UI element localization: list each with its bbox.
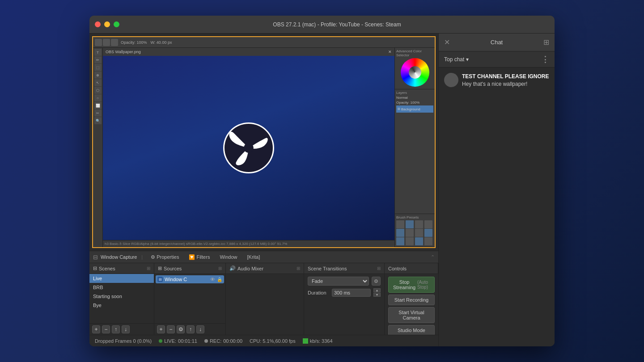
preview-canvas: Opacity: 100% W: 40.00 px T ✏ ⬚ ⊕ ↖ [93,37,435,247]
source-visibility-btn[interactable]: 👁 [210,277,215,282]
duration-down-btn[interactable]: ▼ [373,293,381,297]
rec-label: REC: [210,338,221,344]
audio-panel-header[interactable]: 🔊 Audio Mixer ⊞ [226,263,304,274]
tab-properties[interactable]: ⚙ Properties [147,253,182,261]
krita-tab: OBS Wallpaper.png ✕ [103,48,394,56]
scenes-add-btn[interactable]: + [92,325,100,333]
chat-panel: ✕ Chat ⊞ Top chat ▾ ⋮ TEST CHANNEL PLEAS… [438,34,555,346]
tab-filters[interactable]: 🔽 Filters [185,253,213,261]
color-selector-panel: Advanced Color Selector [395,48,435,89]
scene-item-starting-soon[interactable]: Starting soon [89,292,154,301]
source-bar-expand[interactable]: ⌃ [431,254,435,260]
brush-item[interactable] [424,237,432,245]
scenes-up-btn[interactable]: ↑ [112,325,120,333]
dropped-frames-status: Dropped Frames 0 (0.0%) [95,338,152,344]
brush-item[interactable] [406,237,414,245]
krita-close-btn[interactable]: ✕ [388,50,392,54]
krita-tool[interactable]: ⬜ [94,102,102,109]
krita-tab-label: OBS Wallpaper.png [106,50,141,54]
scene-item-brb[interactable]: BRB [89,283,154,292]
maximize-button[interactable] [114,21,119,27]
sources-settings-btn[interactable]: ⚙ [177,325,185,333]
layer-item[interactable]: ⊞ Background [396,105,433,113]
sources-add-btn[interactable]: + [157,325,165,333]
sources-panel-header[interactable]: ⊞ Sources ⊞ [154,263,226,274]
scenes-panel-header[interactable]: ⊟ Scenes ⊞ [89,263,154,274]
krita-tool[interactable]: ✂ [94,109,102,117]
brush-item[interactable] [396,220,404,228]
scenes-expand[interactable]: ⊞ [147,266,150,271]
brush-item[interactable] [415,220,423,228]
sources-down-btn[interactable]: ↓ [196,325,204,333]
brush-item[interactable] [396,237,404,245]
sources-up-btn[interactable]: ↑ [186,325,195,333]
brush-item[interactable] [406,220,414,228]
scenes-remove-btn[interactable]: − [102,325,110,333]
chat-more-btn[interactable]: ⋮ [541,55,549,64]
kbps-indicator [303,338,308,344]
krita-tb-btn[interactable] [95,39,102,46]
scenes-down-btn[interactable]: ↓ [122,325,130,333]
color-wheel[interactable] [401,58,429,87]
separator: | [141,254,143,260]
krita-tool[interactable]: ○ [94,94,102,101]
krita-canvas-area: OBS Wallpaper.png ✕ [103,48,394,247]
krita-tool[interactable]: ⊕ [94,72,102,79]
krita-tb-btn[interactable] [103,39,110,46]
audio-expand[interactable]: ⊞ [297,266,300,271]
studio-mode-button[interactable]: Studio Mode [388,325,435,335]
krita-tb-btn[interactable] [111,39,118,46]
duration-input[interactable] [332,289,371,297]
brush-item[interactable] [406,229,414,237]
chat-body: TEST CHANNEL PLEASE IGNORE Hey that's a … [439,67,555,346]
sources-panel: ⊟ Window C 👁 🔒 + − ⚙ ↑ ↓ [154,274,226,335]
status-bar: Dropped Frames 0 (0.0%) LIVE: 00:01:11 R… [89,335,438,346]
krita-body: T ✏ ⬚ ⊕ ↖ ⬡ ○ ⬜ ✂ 🔍 [93,48,435,247]
scenes-icon: ⊟ [93,265,97,271]
brush-item[interactable] [424,229,432,237]
chat-close-btn[interactable]: ✕ [444,38,450,46]
chat-popout-btn[interactable]: ⊞ [543,38,549,46]
transition-settings-btn[interactable]: ⚙ [372,277,381,286]
brush-item[interactable] [396,229,404,237]
brush-item[interactable] [424,220,432,228]
start-virtual-camera-button[interactable]: Start Virtual Camera [388,307,435,323]
krita-tool[interactable]: ⬡ [94,87,102,94]
transitions-expand[interactable]: ⊞ [377,266,381,271]
window-capture-icon: ⊟ [93,254,98,261]
scene-item-live[interactable]: Live [89,274,154,283]
krita-tool[interactable]: T [94,49,102,56]
minimize-button[interactable] [104,21,110,27]
app-window: OBS 27.2.1 (mac) - Profile: YouTube - Sc… [89,16,555,346]
krita-tool[interactable]: ↖ [94,79,102,86]
sources-expand[interactable]: ⊞ [218,266,222,271]
traffic-lights [95,21,119,27]
duration-up-btn[interactable]: ▲ [373,288,381,292]
source-lock-btn[interactable]: 🔒 [217,277,222,282]
source-item-window-capture[interactable]: ⊟ Window C 👁 🔒 [156,275,224,283]
start-recording-button[interactable]: Start Recording [388,295,435,305]
krita-tool[interactable]: ✏ [94,56,102,63]
close-button[interactable] [95,21,101,27]
tab-krita[interactable]: [Krita] [244,253,264,261]
bottom-panels: ⊟ Scenes ⊞ ⊞ Sources ⊞ 🔊 Audio Mixer ⊞ [89,263,438,335]
brush-grid [396,220,433,245]
chat-title: Chat [450,39,543,46]
color-selector-title: Advanced Color Selector [396,49,433,57]
transition-select[interactable]: Fade Cut Swipe [308,277,369,286]
controls-panel-header[interactable]: Controls [385,263,438,274]
transitions-panel-header[interactable]: Scene Transitions ⊞ [304,263,385,274]
krita-tool[interactable]: ⬚ [94,64,102,71]
sources-remove-btn[interactable]: − [167,325,175,333]
tab-window[interactable]: Window [216,253,241,261]
scene-item-bye[interactable]: Bye [89,301,154,310]
brush-item[interactable] [415,237,423,245]
krita-toolbar: Opacity: 100% W: 40.00 px [93,37,435,48]
brush-item[interactable] [415,229,423,237]
stop-streaming-button[interactable]: Stop Streaming (Auto Stop) [388,277,435,293]
sources-icon: ⊞ [158,265,162,271]
top-chat-dropdown[interactable]: Top chat ▾ [444,56,469,63]
auto-stop-label: (Auto Stop) [415,280,430,290]
svg-point-2 [244,143,254,153]
krita-tool[interactable]: 🔍 [94,117,102,124]
